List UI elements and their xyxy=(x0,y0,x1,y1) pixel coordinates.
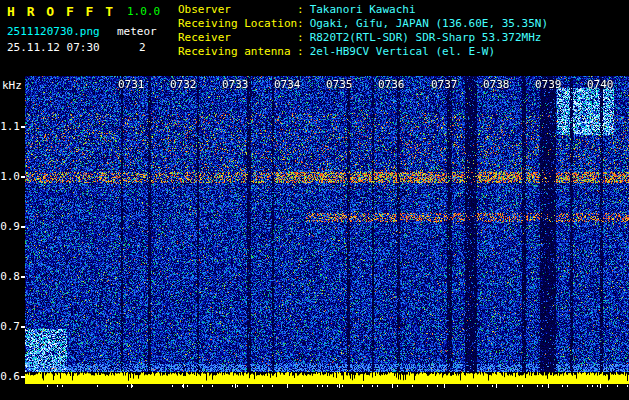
hrofft-output: H R O F F T 1.0.0 2511120730.png meteor … xyxy=(0,0,629,400)
info-value: Ogaki, Gifu, JAPAN (136.60E, 35.35N) xyxy=(310,17,548,30)
info-row-antenna: Receiving antenna:2el-HB9CV Vertical (el… xyxy=(178,45,548,59)
time-tick-label: 0735 xyxy=(326,78,353,91)
info-value: R820T2(RTL-SDR) SDR-Sharp 53.372MHz xyxy=(310,31,542,44)
info-label: Receiver xyxy=(178,31,297,45)
freq-tick-label: 0.9 xyxy=(0,220,20,233)
time-tick-label: 0739 xyxy=(535,78,562,91)
freq-tick-label: 1.0 xyxy=(0,170,20,183)
freq-tick-mark xyxy=(21,126,25,128)
time-tick-label: 0737 xyxy=(431,78,458,91)
info-separator: : xyxy=(297,17,304,30)
info-label: Receiving Location xyxy=(178,17,297,31)
output-filename: 2511120730.png xyxy=(7,25,100,38)
time-tick-label: 0736 xyxy=(378,78,405,91)
meteor-count: 2 xyxy=(139,41,146,54)
time-tick-label: 0734 xyxy=(274,78,301,91)
time-tick-label: 0740 xyxy=(587,78,614,91)
info-value: 2el-HB9CV Vertical (el. E-W) xyxy=(310,45,495,58)
info-separator: : xyxy=(297,31,304,44)
freq-tick-label: 0.6 xyxy=(0,370,20,383)
time-tick-label: 0732 xyxy=(170,78,197,91)
freq-tick-label: 1.1 xyxy=(0,120,20,133)
freq-tick-mark xyxy=(21,226,25,228)
info-separator: : xyxy=(297,45,304,58)
freq-tick-label: 0.7 xyxy=(0,320,20,333)
signal-level-bar xyxy=(25,372,629,384)
station-info: Observer:Takanori Kawachi Receiving Loca… xyxy=(178,3,548,59)
freq-tick-mark xyxy=(21,326,25,328)
time-tick-label: 0731 xyxy=(118,78,145,91)
app-version: 1.0.0 xyxy=(127,5,160,18)
time-tick-label: 0738 xyxy=(483,78,510,91)
mode-label: meteor xyxy=(117,25,157,38)
info-label: Receiving antenna xyxy=(178,45,297,59)
spectrogram-plot xyxy=(25,76,629,372)
freq-tick-mark xyxy=(21,176,25,178)
info-label: Observer xyxy=(178,3,297,17)
info-row-observer: Observer:Takanori Kawachi xyxy=(178,3,548,17)
freq-axis-unit: kHz xyxy=(2,79,22,92)
freq-tick-mark xyxy=(21,276,25,278)
info-row-receiver: Receiver:R820T2(RTL-SDR) SDR-Sharp 53.37… xyxy=(178,31,548,45)
info-separator: : xyxy=(297,3,304,16)
time-tick-label: 0733 xyxy=(222,78,249,91)
info-row-location: Receiving Location:Ogaki, Gifu, JAPAN (1… xyxy=(178,17,548,31)
time-tick-strip xyxy=(25,384,629,400)
app-title: H R O F F T xyxy=(7,4,115,19)
freq-tick-label: 0.8 xyxy=(0,270,20,283)
start-datetime: 25.11.12 07:30 xyxy=(7,41,100,54)
info-value: Takanori Kawachi xyxy=(310,3,416,16)
